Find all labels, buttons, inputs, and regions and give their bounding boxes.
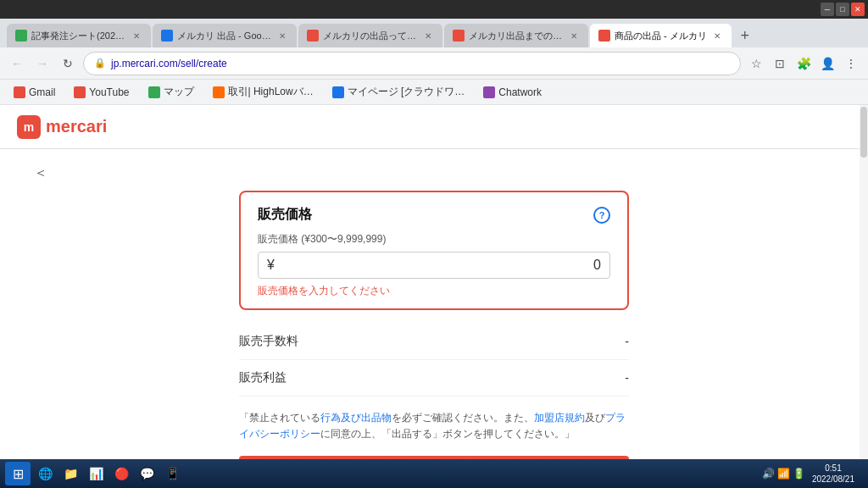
disclaimer-link1[interactable]: 行為及び出品物 [320,412,392,424]
menu-icon[interactable]: ⋮ [841,53,861,74]
taskbar-chrome-icon[interactable]: 🔴 [110,463,132,485]
forward-nav-button[interactable]: → [32,53,53,74]
tab-title-4: メルカリ出品までの流れ・売り方… [469,30,564,42]
tab-favicon-4 [453,30,465,42]
profit-row: 販売利益 - [239,360,629,396]
profit-label: 販売利益 [239,370,287,385]
taskbar-folder-icon[interactable]: 📁 [59,463,81,485]
bookmark-chatwork[interactable]: Chatwork [476,85,548,100]
mercari-logo-text: mercari [46,117,107,136]
price-input-row: ¥ [258,252,610,279]
crowdworks-favicon [332,86,344,98]
taskbar-app6-icon[interactable]: 📱 [161,463,183,485]
url-text: jp.mercari.com/sell/create [111,58,730,69]
scrollbar-thumb[interactable] [860,107,867,158]
bookmark-youtube-label: YouTube [89,86,129,98]
mercari-header: m mercari [0,105,868,149]
title-bar: ─ □ ✕ [0,0,868,19]
minimize-button[interactable]: ─ [821,3,834,16]
back-nav-button[interactable]: ← [7,53,27,74]
bookmark-chatwork-label: Chatwork [498,86,542,98]
tray-network-icon[interactable]: 🔊 [762,468,775,480]
taskbar: ⊞ 🌐 📁 📊 🔴 💬 📱 🔊 📶 🔋 0:51 2022/08/21 [0,459,868,488]
bookmark-gmail-label: Gmail [29,86,55,98]
browser-tab-4[interactable]: メルカリ出品までの流れ・売り方… ✕ [444,24,588,47]
tray-battery-icon[interactable]: 🔋 [793,468,805,480]
fee-value: - [625,335,629,348]
youtube-favicon [74,86,86,98]
tab-close-4[interactable]: ✕ [568,30,580,42]
clock-date: 2022/08/21 [812,474,854,485]
lock-icon: 🔒 [94,58,106,69]
mercari-logo: m mercari [17,115,107,139]
system-tray: 🔊 📶 🔋 0:51 2022/08/21 [762,463,863,485]
price-section-title: 販売価格 [258,206,312,224]
bookmark-gmail[interactable]: Gmail [7,85,62,100]
scrollbar[interactable] [860,105,868,459]
back-button[interactable]: ＜ [34,164,47,182]
profile-icon[interactable]: 👤 [817,53,837,74]
bookmark-highlow[interactable]: 取引| HighLowバ… [206,83,320,101]
url-bar[interactable]: 🔒 jp.mercari.com/sell/create [83,52,741,75]
bookmark-maps[interactable]: マップ [142,83,201,101]
tray-volume-icon[interactable]: 📶 [777,468,790,480]
close-button[interactable]: ✕ [851,3,865,16]
tab-search-icon[interactable]: ⊡ [770,53,790,74]
start-button[interactable]: ⊞ [5,462,31,485]
page-content: m mercari ＜ 販売価格 ? 販売価格 (¥300〜9,999,999)… [0,105,868,459]
tab-close-5[interactable]: ✕ [711,30,723,42]
windows-icon: ⊞ [13,466,24,482]
form-area: 販売価格 ? 販売価格 (¥300〜9,999,999) ¥ 販売価格を入力して… [222,191,646,459]
maps-favicon [148,86,160,98]
bookmark-crowdworks-label: マイページ [クラウドワ… [348,85,465,99]
taskbar-excel-icon[interactable]: 📊 [85,463,107,485]
price-label: 販売価格 (¥300〜9,999,999) [258,232,610,247]
mercari-logo-icon: m [17,115,41,139]
fee-row: 販売手数料 - [239,324,629,360]
tab-title-3: メルカリの出品ってどうやるの？初… [323,30,418,42]
tab-favicon-3 [307,30,319,42]
extensions-icon[interactable]: 🧩 [793,53,814,74]
tab-close-2[interactable]: ✕ [276,30,288,42]
disclaimer: 「禁止されている行為及び出品物を必ずご確認ください。また、加盟店規約及びプライバ… [239,410,629,442]
tab-favicon-1 [15,30,27,42]
bookmark-youtube[interactable]: YouTube [67,85,136,100]
price-section-header: 販売価格 ? [258,206,610,224]
new-tab-button[interactable]: + [733,24,757,47]
tab-favicon-5 [598,30,610,42]
reload-nav-button[interactable]: ↻ [58,53,78,74]
tab-close-1[interactable]: ✕ [131,30,142,42]
browser-tab-1[interactable]: 記事発注シート(2022/08/01-… ✕ [7,24,151,47]
browser-tab-3[interactable]: メルカリの出品ってどうやるの？初… ✕ [298,24,442,47]
tab-close-3[interactable]: ✕ [422,30,434,42]
bookmark-highlow-label: 取引| HighLowバ… [228,85,314,99]
price-error: 販売価格を入力してください [258,284,610,298]
address-actions: ☆ ⊡ 🧩 👤 ⋮ [746,53,861,74]
taskbar-ie-icon[interactable]: 🌐 [34,463,56,485]
tab-favicon-2 [161,30,173,42]
clock-time: 0:51 [825,463,841,474]
taskbar-slack-icon[interactable]: 💬 [136,463,158,485]
browser-tab-5[interactable]: 商品の出品 - メルカリ ✕ [590,24,732,47]
disclaimer-link2[interactable]: 加盟店規約 [534,412,585,424]
bookmark-crowdworks[interactable]: マイページ [クラウドワ… [326,83,472,101]
help-icon[interactable]: ? [593,207,610,224]
chatwork-favicon [483,86,495,98]
yen-symbol: ¥ [267,258,275,273]
tab-title-2: メルカリ 出品 - Google ドキュ… [177,30,272,42]
tray-icons: 🔊 📶 🔋 [762,468,805,480]
browser-tab-2[interactable]: メルカリ 出品 - Google ドキュ… ✕ [153,24,297,47]
fee-label: 販売手数料 [239,334,298,349]
price-input[interactable] [281,258,601,273]
address-bar: ← → ↻ 🔒 jp.mercari.com/sell/create ☆ ⊡ 🧩… [0,47,868,80]
bookmark-star-icon[interactable]: ☆ [746,53,766,74]
maximize-button[interactable]: □ [836,3,849,16]
tab-title-1: 記事発注シート(2022/08/01-… [31,30,126,42]
gmail-favicon [14,86,25,98]
profit-value: - [625,371,629,385]
price-section: 販売価格 ? 販売価格 (¥300〜9,999,999) ¥ 販売価格を入力して… [239,191,629,310]
system-clock[interactable]: 0:51 2022/08/21 [809,463,858,485]
bookmark-maps-label: マップ [164,85,194,99]
bookmarks-bar: Gmail YouTube マップ 取引| HighLowバ… マイページ [ク… [0,80,868,105]
highlow-favicon [213,86,225,98]
